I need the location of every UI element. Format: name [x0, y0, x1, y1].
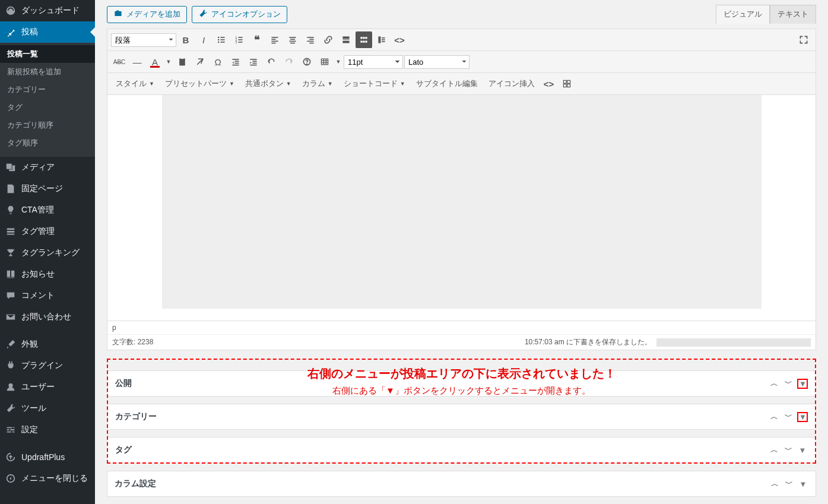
align-center-button[interactable]	[284, 31, 301, 48]
move-down-icon[interactable]: ﹀	[783, 478, 794, 489]
sidebar-item-comments[interactable]: コメント	[0, 285, 95, 306]
sidebar-sub-posts-new[interactable]: 新規投稿を追加	[0, 63, 95, 81]
fullscreen-button[interactable]	[795, 31, 812, 48]
sidebar-item-tag-mgmt[interactable]: タグ管理	[0, 221, 95, 242]
ol-button[interactable]: 123	[231, 31, 248, 48]
redo-button[interactable]	[281, 53, 297, 70]
toggle-panel-button[interactable]: ▼	[797, 446, 808, 455]
special-char-button[interactable]: Ω	[210, 53, 226, 70]
sidebar-item-appearance[interactable]: 外観	[0, 334, 95, 355]
main-content: メディアを追加 アイコンオプション ビジュアル テキスト 段落	[95, 0, 828, 504]
toggle-panel-button[interactable]: ▼	[797, 412, 808, 422]
sidebar-sub-tags[interactable]: タグ	[0, 99, 95, 116]
align-right-button[interactable]	[302, 31, 319, 48]
button-label: メディアを追加	[126, 9, 180, 20]
lightbulb-icon	[5, 204, 17, 216]
svg-point-3	[218, 39, 219, 40]
html-button[interactable]: <>	[541, 75, 557, 92]
column-dropdown[interactable]: カラム▼	[297, 76, 338, 91]
move-down-icon[interactable]: ﹀	[783, 445, 794, 455]
format-select[interactable]: 段落	[111, 33, 176, 47]
sidebar-sub-tag-order[interactable]: タグ順序	[0, 134, 95, 152]
svg-rect-41	[234, 61, 239, 62]
hr-button[interactable]: —	[129, 53, 145, 70]
sidebar-label: お知らせ	[21, 269, 55, 280]
sidebar-label: ユーザー	[21, 382, 55, 392]
common-button-dropdown[interactable]: 共通ボタン▼	[240, 76, 296, 91]
svg-rect-38	[179, 58, 185, 65]
sidebar-label: 固定ページ	[21, 183, 63, 194]
preset-dropdown[interactable]: プリセットパーツ▼	[160, 76, 239, 91]
shortcode-dropdown[interactable]: ショートコード▼	[339, 76, 410, 91]
link-button[interactable]	[320, 31, 337, 48]
help-button[interactable]	[299, 53, 315, 70]
toolbar-toggle-button[interactable]	[356, 31, 372, 48]
move-up-icon[interactable]: ︿	[769, 378, 779, 389]
sidebar-item-media[interactable]: メディア	[0, 157, 95, 178]
move-down-icon[interactable]: ﹀	[783, 378, 794, 389]
text-color-dropdown[interactable]: ▼	[164, 53, 173, 70]
sidebar-item-tools[interactable]: ツール	[0, 398, 95, 419]
sidebar-item-updraft[interactable]: UpdraftPlus	[0, 446, 95, 468]
sidebar-label: メディア	[21, 162, 55, 173]
font-size-select[interactable]: 11pt	[344, 55, 403, 69]
element-path[interactable]: p	[107, 321, 816, 334]
align-left-button[interactable]	[267, 31, 283, 48]
sidebar-item-dashboard[interactable]: ダッシュボード	[0, 0, 95, 21]
sidebar-collapse[interactable]: メニューを閉じる	[0, 468, 95, 489]
svg-rect-54	[567, 84, 570, 87]
text-block-button[interactable]	[373, 31, 390, 48]
sidebar-item-pages[interactable]: 固定ページ	[0, 178, 95, 199]
sidebar-sub-posts-list[interactable]: 投稿一覧	[0, 45, 95, 63]
table-dropdown[interactable]: ▼	[334, 53, 342, 70]
sidebar-item-users[interactable]: ユーザー	[0, 376, 95, 398]
svg-rect-51	[563, 80, 566, 83]
toolbar-row-2: ABC— — A ▼ Ω ▼ 11pt Lato	[107, 51, 816, 73]
svg-rect-15	[271, 41, 278, 42]
style-dropdown[interactable]: スタイル▼	[111, 76, 159, 91]
add-media-button[interactable]: メディアを追加	[107, 6, 187, 23]
text-color-button[interactable]: A	[147, 53, 163, 70]
table-button[interactable]	[316, 53, 333, 70]
sidebar-item-notice[interactable]: お知らせ	[0, 264, 95, 285]
sidebar-item-settings[interactable]: 設定	[0, 419, 95, 440]
editor-canvas[interactable]	[107, 95, 816, 321]
move-up-icon[interactable]: ︿	[769, 478, 780, 489]
readmore-button[interactable]	[338, 31, 354, 48]
sidebar-sub-categories[interactable]: カテゴリー	[0, 81, 95, 99]
code-button[interactable]: <>	[391, 31, 408, 48]
sidebar-item-posts[interactable]: 投稿	[0, 21, 95, 43]
sidebar-label: CTA管理	[21, 205, 54, 215]
clear-format-button[interactable]	[192, 53, 208, 70]
strikethrough-button[interactable]: ABC—	[111, 53, 128, 70]
bold-button[interactable]: B	[177, 31, 194, 48]
undo-button[interactable]	[263, 53, 280, 70]
ul-button[interactable]	[213, 31, 230, 48]
sidebar-item-contact[interactable]: お問い合わせ	[0, 306, 95, 328]
tab-visual[interactable]: ビジュアル	[716, 5, 770, 24]
toggle-panel-button[interactable]: ▼	[797, 379, 808, 389]
outdent-button[interactable]	[227, 53, 244, 70]
sidebar-item-plugins[interactable]: プラグイン	[0, 355, 95, 376]
book-icon	[5, 268, 17, 280]
italic-button[interactable]: I	[195, 31, 212, 48]
font-family-select[interactable]: Lato	[404, 55, 469, 69]
paste-text-button[interactable]	[174, 53, 191, 70]
move-up-icon[interactable]: ︿	[769, 445, 779, 455]
sidebar-item-tag-rank[interactable]: タグランキング	[0, 242, 95, 264]
svg-rect-46	[252, 63, 256, 64]
svg-rect-17	[289, 37, 296, 38]
tab-text[interactable]: テキスト	[770, 5, 816, 24]
grid-button[interactable]	[559, 75, 575, 92]
icon-option-button[interactable]: アイコンオプション	[192, 6, 287, 23]
resize-handle[interactable]	[656, 338, 811, 347]
icon-insert-button[interactable]: アイコン挿入	[484, 76, 540, 91]
subtitle-button[interactable]: サブタイトル編集	[411, 76, 483, 91]
blockquote-button[interactable]: ❝	[249, 31, 265, 48]
move-up-icon[interactable]: ︿	[769, 411, 779, 422]
toggle-panel-button[interactable]: ▼	[798, 480, 808, 489]
move-down-icon[interactable]: ﹀	[783, 411, 794, 422]
sidebar-sub-cat-order[interactable]: カテゴリ順序	[0, 116, 95, 134]
indent-button[interactable]	[245, 53, 262, 70]
sidebar-item-cta[interactable]: CTA管理	[0, 199, 95, 221]
